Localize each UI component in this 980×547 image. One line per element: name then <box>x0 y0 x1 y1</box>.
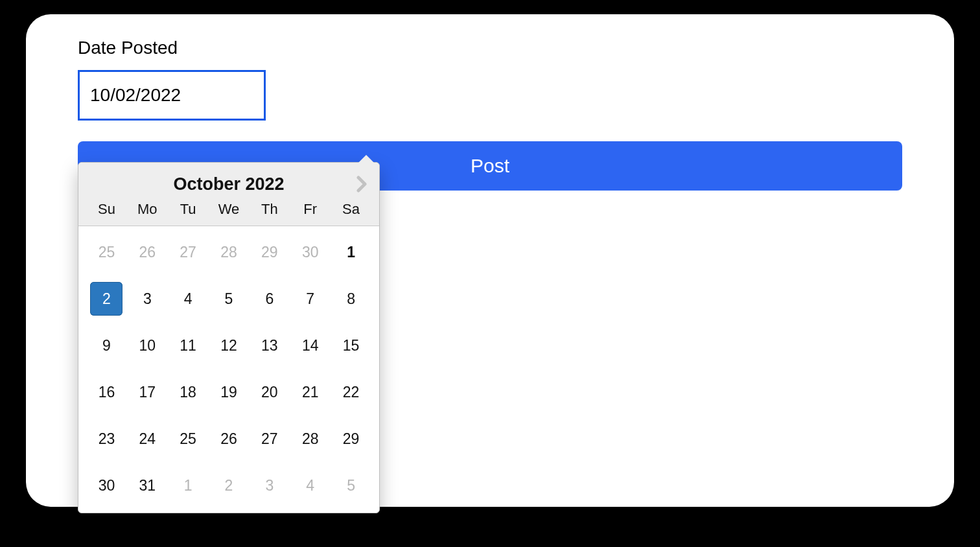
date-input-wrap <box>78 70 266 121</box>
calendar-day[interactable]: 12 <box>209 332 250 358</box>
calendar-day[interactable]: 27 <box>168 239 209 265</box>
calendar-day[interactable]: 22 <box>331 379 371 405</box>
calendar-day[interactable]: 5 <box>209 286 250 312</box>
next-month-button[interactable] <box>352 174 371 194</box>
datepicker-header: October 2022 Su Mo Tu We Th Fr Sa <box>78 163 379 226</box>
calendar-day[interactable]: 23 <box>86 426 127 452</box>
calendar-day[interactable]: 25 <box>86 239 127 265</box>
calendar-day[interactable]: 15 <box>331 332 371 358</box>
calendar-day[interactable]: 2 <box>209 472 250 498</box>
calendar-day[interactable]: 9 <box>86 332 127 358</box>
calendar-day[interactable]: 28 <box>290 426 331 452</box>
calendar-day[interactable]: 10 <box>127 332 168 358</box>
datepicker-grid: 2526272829301234567891011121314151617181… <box>86 239 371 498</box>
date-posted-input[interactable] <box>78 70 266 121</box>
calendar-day[interactable]: 29 <box>331 426 371 452</box>
calendar-day[interactable]: 28 <box>209 239 250 265</box>
dow-cell: Su <box>86 201 127 218</box>
calendar-day[interactable]: 8 <box>331 286 371 312</box>
calendar-day[interactable]: 30 <box>86 472 127 498</box>
dow-cell: Th <box>249 201 290 218</box>
calendar-day[interactable]: 26 <box>209 426 250 452</box>
calendar-day[interactable]: 19 <box>209 379 250 405</box>
datepicker-body: 2526272829301234567891011121314151617181… <box>78 226 379 513</box>
calendar-day[interactable]: 16 <box>86 379 127 405</box>
calendar-day[interactable]: 7 <box>290 286 331 312</box>
date-posted-label: Date Posted <box>78 38 902 58</box>
calendar-day[interactable]: 18 <box>168 379 209 405</box>
calendar-day[interactable]: 13 <box>249 332 290 358</box>
popover-arrow-icon <box>358 155 374 163</box>
form-card: Date Posted Post October 2022 Su Mo Tu W… <box>26 14 954 507</box>
calendar-day[interactable]: 3 <box>249 472 290 498</box>
calendar-day[interactable]: 1 <box>168 472 209 498</box>
calendar-day[interactable]: 6 <box>249 286 290 312</box>
calendar-day[interactable]: 25 <box>168 426 209 452</box>
calendar-day[interactable]: 24 <box>127 426 168 452</box>
calendar-day[interactable]: 4 <box>290 472 331 498</box>
datepicker-popover: October 2022 Su Mo Tu We Th Fr Sa 252627… <box>78 162 380 513</box>
calendar-day[interactable]: 3 <box>127 286 168 312</box>
dow-cell: Fr <box>290 201 331 218</box>
calendar-day[interactable]: 17 <box>127 379 168 405</box>
calendar-day[interactable]: 1 <box>331 239 371 265</box>
calendar-day[interactable]: 26 <box>127 239 168 265</box>
calendar-day[interactable]: 30 <box>290 239 331 265</box>
datepicker-month-title: October 2022 <box>86 170 371 201</box>
calendar-day[interactable]: 14 <box>290 332 331 358</box>
calendar-day[interactable]: 2 <box>86 286 127 312</box>
calendar-day[interactable]: 4 <box>168 286 209 312</box>
calendar-day[interactable]: 11 <box>168 332 209 358</box>
dow-cell: We <box>209 201 250 218</box>
calendar-day[interactable]: 31 <box>127 472 168 498</box>
calendar-day[interactable]: 29 <box>249 239 290 265</box>
dow-cell: Sa <box>331 201 371 218</box>
calendar-day[interactable]: 5 <box>331 472 371 498</box>
calendar-day[interactable]: 27 <box>249 426 290 452</box>
dow-cell: Mo <box>127 201 168 218</box>
datepicker-dow-row: Su Mo Tu We Th Fr Sa <box>86 201 371 222</box>
calendar-day[interactable]: 21 <box>290 379 331 405</box>
calendar-day[interactable]: 20 <box>249 379 290 405</box>
chevron-right-icon <box>356 176 368 192</box>
dow-cell: Tu <box>168 201 209 218</box>
